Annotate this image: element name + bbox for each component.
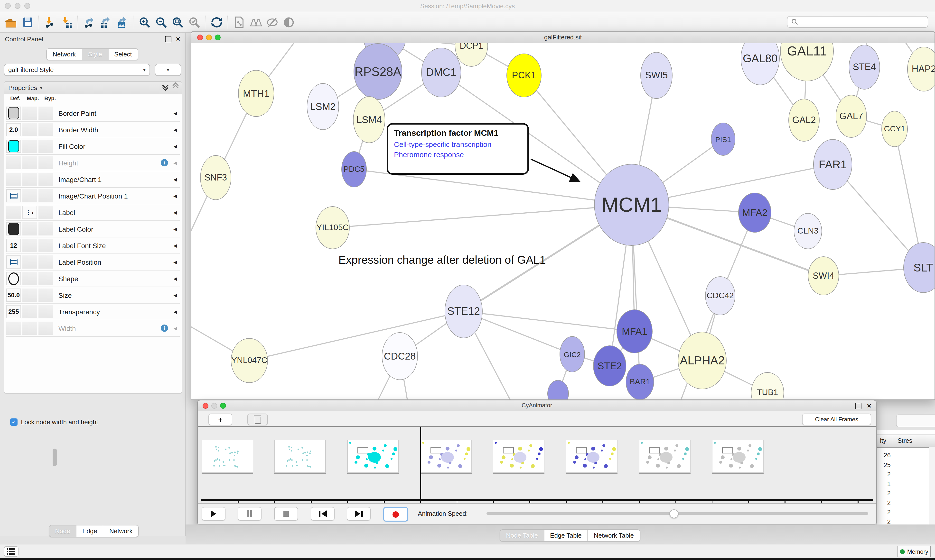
tab-style[interactable]: Style xyxy=(82,49,108,60)
mapping-cell[interactable] xyxy=(22,305,37,318)
timeline-playhead[interactable] xyxy=(420,427,421,500)
panel-menu-button[interactable] xyxy=(4,546,19,557)
network-node-MTH1[interactable]: MTH1 xyxy=(238,70,274,117)
network-node-GAL80[interactable]: GAL80 xyxy=(741,43,780,85)
hide-selected-icon[interactable] xyxy=(264,14,281,31)
bypass-cell[interactable] xyxy=(39,305,53,318)
property-row-border-width[interactable]: 2.0Border Width◀ xyxy=(6,122,180,138)
default-value-cell[interactable]: 12 xyxy=(6,239,21,252)
property-row-border-paint[interactable]: Border Paint◀ xyxy=(6,105,180,122)
network-node-CLN3[interactable]: CLN3 xyxy=(794,213,822,249)
collapse-all-icon[interactable] xyxy=(173,86,178,90)
network-window-titlebar[interactable]: galFiltered.sif xyxy=(191,32,935,44)
network-node-GCY1[interactable]: GCY1 xyxy=(881,111,908,147)
default-value-cell[interactable] xyxy=(6,140,21,153)
table-toolbar-button[interactable] xyxy=(896,414,935,427)
expand-all-icon[interactable] xyxy=(163,86,168,90)
network-node-GAL2[interactable]: GAL2 xyxy=(788,99,819,142)
zoom-out-icon[interactable] xyxy=(153,14,170,31)
bypass-cell[interactable] xyxy=(39,206,53,219)
style-target-tab-network[interactable]: Network xyxy=(103,525,138,537)
delete-frame-button[interactable] xyxy=(247,414,268,425)
property-row-size[interactable]: 50.0Size◀ xyxy=(6,287,180,304)
bypass-cell[interactable] xyxy=(39,289,53,302)
property-row-label-color[interactable]: Label Color◀ xyxy=(6,221,180,237)
network-node-LSM4[interactable]: LSM4 xyxy=(353,96,385,143)
export-table-icon[interactable] xyxy=(97,14,114,31)
mapping-cell[interactable] xyxy=(22,123,37,136)
table-col-ity[interactable]: ity xyxy=(880,437,886,444)
frame-thumbnail-5[interactable] xyxy=(566,440,617,473)
style-target-tab-node[interactable]: Node xyxy=(49,525,76,537)
expand-row-icon[interactable]: ◀ xyxy=(173,111,177,115)
mapping-cell[interactable] xyxy=(22,322,37,335)
table-cell[interactable]: 2 xyxy=(878,489,891,497)
bottom-tab-node-table[interactable]: Node Table xyxy=(500,530,544,541)
default-value-cell[interactable] xyxy=(6,255,21,269)
expand-row-icon[interactable]: ◀ xyxy=(173,226,177,231)
table-scrollbar-thumb[interactable] xyxy=(52,449,57,466)
expand-row-icon[interactable]: ◀ xyxy=(173,194,177,198)
annotation-link[interactable]: Pheromone response xyxy=(394,150,522,158)
table-scrollbar[interactable] xyxy=(929,447,935,533)
mapping-cell[interactable] xyxy=(22,289,37,302)
zoom-in-icon[interactable] xyxy=(136,14,153,31)
add-frame-button[interactable]: + xyxy=(208,414,232,425)
network-node-SWI4[interactable]: SWI4 xyxy=(808,256,839,295)
style-target-tab-edge[interactable]: Edge xyxy=(76,525,103,537)
network-node-YIL105C[interactable]: YIL105C xyxy=(316,206,350,249)
info-icon[interactable]: i xyxy=(161,159,168,166)
bypass-cell[interactable] xyxy=(39,239,53,252)
bypass-cell[interactable] xyxy=(39,322,53,335)
property-row-label[interactable]: ⋮›Label◀ xyxy=(6,205,180,221)
expand-row-icon[interactable]: ◀ xyxy=(173,160,177,165)
network-node-BAR1[interactable]: BAR1 xyxy=(626,364,654,400)
network-node-TUB1[interactable]: TUB1 xyxy=(751,372,784,400)
network-node-PCK1[interactable]: PCK1 xyxy=(506,54,542,97)
network-node-SNF3[interactable]: SNF3 xyxy=(200,155,231,200)
bypass-cell[interactable] xyxy=(39,255,53,269)
clear-all-frames-button[interactable]: Clear All Frames xyxy=(802,414,871,425)
default-value-cell[interactable] xyxy=(6,106,21,120)
property-row-label-position[interactable]: Label Position◀ xyxy=(6,254,180,271)
bottom-tab-network-table[interactable]: Network Table xyxy=(588,530,640,541)
bypass-cell[interactable] xyxy=(39,189,53,202)
default-value-cell[interactable]: 50.0 xyxy=(6,289,21,302)
import-network-icon[interactable] xyxy=(42,14,59,31)
property-row-label-font-size[interactable]: 12Label Font Size◀ xyxy=(6,237,180,254)
network-node-GAL11[interactable]: GAL11 xyxy=(780,43,834,81)
tab-network[interactable]: Network xyxy=(47,49,82,60)
network-node-DMC1[interactable]: DMC1 xyxy=(421,48,461,97)
network-node-SWI5[interactable]: SWI5 xyxy=(640,52,673,99)
network-node-HAP2[interactable]: HAP2 xyxy=(907,47,935,91)
expand-row-icon[interactable]: ◀ xyxy=(173,177,177,182)
network-node-PDC5[interactable]: PDC5 xyxy=(341,151,367,187)
network-file-icon[interactable] xyxy=(231,14,247,31)
expand-row-icon[interactable]: ◀ xyxy=(173,309,177,314)
frame-thumbnail-3[interactable] xyxy=(420,440,472,473)
table-column-headers[interactable]: ity Stres xyxy=(877,434,935,448)
float-panel-icon[interactable] xyxy=(855,403,861,409)
annotation-box[interactable]: Transcription factor MCM1 Cell-type-spec… xyxy=(387,123,529,175)
network-node-MCM1[interactable]: MCM1 xyxy=(594,164,669,246)
mapping-cell[interactable] xyxy=(22,239,37,252)
property-row-shape[interactable]: Shape◀ xyxy=(6,271,180,287)
expand-row-icon[interactable]: ◀ xyxy=(173,127,177,132)
bypass-cell[interactable] xyxy=(39,272,53,285)
frame-thumbnail-4[interactable] xyxy=(493,440,545,473)
network-node-STE2[interactable]: STE2 xyxy=(593,345,626,386)
network-canvas[interactable]: Transcription factor MCM1 Cell-type-spec… xyxy=(191,43,935,400)
mapping-cell[interactable] xyxy=(22,173,37,186)
frame-thumbnail-6[interactable] xyxy=(639,440,691,473)
bypass-cell[interactable] xyxy=(39,173,53,186)
animation-speed-slider[interactable] xyxy=(486,512,868,515)
default-value-cell[interactable] xyxy=(6,173,21,186)
table-cell[interactable]: 2 xyxy=(878,508,891,516)
style-selector[interactable]: galFiltered Style ▾ xyxy=(4,64,150,76)
expand-row-icon[interactable]: ◀ xyxy=(173,243,177,248)
mapping-cell[interactable] xyxy=(22,272,37,285)
step-back-button[interactable] xyxy=(311,507,335,521)
bypass-cell[interactable] xyxy=(39,140,53,153)
expand-row-icon[interactable]: ◀ xyxy=(173,326,177,331)
network-node-CDC42[interactable]: CDC42 xyxy=(705,276,735,315)
